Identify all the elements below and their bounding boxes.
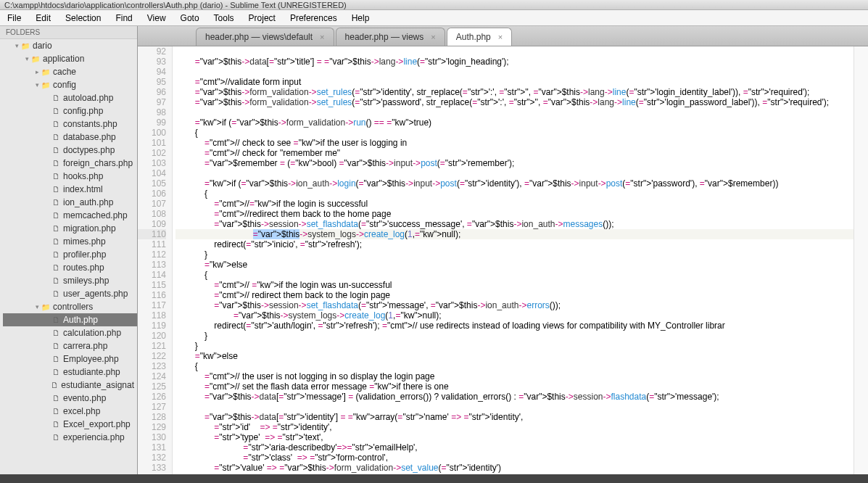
code-line[interactable]: ="cmt">//redirect them back to the home … — [175, 209, 853, 219]
folder-config[interactable]: config — [3, 78, 137, 91]
file-Excel_export-php[interactable]: Excel_export.php — [3, 418, 137, 431]
code-line[interactable]: ="var">$remember = (="kw">bool) ="var">$… — [175, 158, 853, 168]
code-line[interactable]: ="var">$this->data[="str">'identity'] = … — [175, 412, 853, 422]
file-calculation-php[interactable]: calculation.php — [3, 326, 137, 339]
line-number[interactable]: 120 — [138, 331, 166, 341]
minimap[interactable] — [853, 46, 868, 474]
code-line[interactable]: ="kw">if (="var">$this->ion_auth->login(… — [175, 178, 853, 189]
code-line[interactable]: redirect(="str">'inicio', ="str">'refres… — [175, 239, 853, 249]
file-experiencia-php[interactable]: experiencia.php — [3, 431, 137, 444]
code-line[interactable] — [175, 67, 853, 77]
line-number[interactable]: 106 — [138, 189, 166, 199]
file-Auth-php[interactable]: Auth.php — [3, 313, 137, 326]
tab-close-icon[interactable]: × — [320, 33, 324, 41]
file-migration-php[interactable]: migration.php — [3, 222, 137, 235]
line-number[interactable]: 122 — [138, 351, 166, 361]
menu-view[interactable]: View — [140, 10, 173, 25]
disclosure-arrow-icon[interactable] — [33, 81, 41, 88]
code-line[interactable]: ="var">$this->session->set_flashdata(="s… — [175, 300, 853, 310]
menu-edit[interactable]: Edit — [28, 10, 58, 25]
code-line[interactable]: { — [175, 270, 853, 280]
code-line[interactable]: ="var">$this->session->set_flashdata(="s… — [175, 219, 853, 229]
code-line[interactable]: ="cmt">//="kw">if the login is successfu… — [175, 199, 853, 209]
file-hooks-php[interactable]: hooks.php — [3, 170, 137, 183]
tab-close-icon[interactable]: × — [498, 33, 503, 41]
file-estudiante_asignat[interactable]: estudiante_asignat — [3, 379, 137, 392]
line-number[interactable]: 94 — [138, 67, 166, 77]
code-line[interactable]: ="cmt">// check to see ="kw">if the user… — [175, 138, 853, 148]
line-number[interactable]: 118 — [138, 310, 166, 321]
disclosure-arrow-icon[interactable] — [13, 42, 20, 49]
line-number[interactable]: 97 — [138, 97, 166, 107]
code-line[interactable]: } — [175, 249, 853, 260]
line-number[interactable]: 116 — [138, 290, 166, 300]
line-number[interactable]: 115 — [138, 280, 166, 290]
file-carrera-php[interactable]: carrera.php — [3, 339, 137, 352]
code-line[interactable] — [175, 107, 853, 117]
line-number[interactable]: 119 — [138, 321, 166, 331]
file-database-php[interactable]: database.php — [3, 131, 137, 144]
code-line[interactable]: ="var">$this->form_validation->set_rules… — [175, 97, 853, 107]
line-number[interactable]: 128 — [138, 412, 166, 422]
line-number[interactable]: 108 — [138, 209, 166, 219]
line-number[interactable]: 93 — [138, 57, 166, 67]
code-line[interactable]: ="var">$this->data[="str">'message'] = (… — [175, 392, 853, 402]
disclosure-arrow-icon[interactable] — [33, 68, 41, 75]
file-routes-php[interactable]: routes.php — [3, 261, 137, 274]
tab-header[interactable]: header.php — views\default× — [196, 28, 334, 46]
line-number[interactable]: 96 — [138, 87, 166, 97]
code-line[interactable]: ="str">'class' => ="str">'form-control', — [175, 453, 853, 463]
folder-controllers[interactable]: controllers — [3, 300, 137, 313]
menu-find[interactable]: Find — [108, 10, 139, 25]
line-number[interactable]: 103 — [138, 158, 166, 168]
code-line[interactable]: ="kw">if (="var">$this->form_validation-… — [175, 117, 853, 128]
line-number[interactable]: 123 — [138, 361, 166, 371]
line-number[interactable]: 104 — [138, 168, 166, 178]
code-line[interactable]: ="str">'value' => ="var">$this->form_val… — [175, 463, 853, 473]
tab-close-icon[interactable]: × — [431, 33, 435, 41]
tab-header[interactable]: header.php — views× — [336, 28, 445, 46]
file-mimes-php[interactable]: mimes.php — [3, 235, 137, 248]
file-user_agents-php[interactable]: user_agents.php — [3, 287, 137, 300]
menu-tools[interactable]: Tools — [207, 10, 241, 25]
line-number[interactable]: 121 — [138, 341, 166, 351]
file-foreign_chars-php[interactable]: foreign_chars.php — [3, 157, 137, 170]
line-number[interactable]: 111 — [138, 239, 166, 249]
code-line[interactable]: ="cmt">// ="kw">if the login was un-succ… — [175, 280, 853, 290]
file-profiler-php[interactable]: profiler.php — [3, 248, 137, 261]
folder-application[interactable]: application — [3, 52, 137, 65]
file-doctypes-php[interactable]: doctypes.php — [3, 144, 137, 157]
line-number[interactable]: 133 — [138, 463, 166, 473]
code-line[interactable] — [175, 402, 853, 412]
line-number[interactable]: 114 — [138, 270, 166, 280]
line-number[interactable]: 129 — [138, 422, 166, 432]
folder-dario[interactable]: dario — [3, 39, 137, 52]
code-line[interactable]: ="str">'aria-describedby'=>="str">'email… — [175, 442, 853, 453]
line-number[interactable]: 125 — [138, 381, 166, 392]
line-number[interactable]: 95 — [138, 77, 166, 87]
line-number[interactable]: 113 — [138, 260, 166, 270]
code-line[interactable]: ="var">$this->system_logs->create_log(1,… — [175, 310, 853, 321]
code-line[interactable]: ="cmt">// the user is not logging in so … — [175, 371, 853, 381]
line-number[interactable]: 109 — [138, 219, 166, 229]
line-number[interactable]: 112 — [138, 249, 166, 260]
line-number[interactable]: 132 — [138, 453, 166, 463]
file-memcached-php[interactable]: memcached.php — [3, 209, 137, 222]
line-number[interactable]: 101 — [138, 138, 166, 148]
line-number[interactable]: 102 — [138, 148, 166, 158]
code-editor[interactable]: ="var">$this->data[="str">'title'] = ="v… — [173, 46, 853, 474]
line-number[interactable]: 107 — [138, 199, 166, 209]
code-line[interactable]: ="cmt">// check for "remember me" — [175, 148, 853, 158]
code-line[interactable]: ="var">$this->data[="str">'title'] = ="v… — [175, 57, 853, 67]
code-line[interactable]: { — [175, 128, 853, 138]
file-smileys-php[interactable]: smileys.php — [3, 274, 137, 287]
disclosure-arrow-icon[interactable] — [33, 303, 41, 310]
code-line[interactable]: ="cmt">// redirect them back to the logi… — [175, 290, 853, 300]
file-index-html[interactable]: index.html — [3, 183, 137, 196]
line-number[interactable]: 92 — [138, 46, 166, 57]
line-number[interactable]: 124 — [138, 371, 166, 381]
code-line[interactable]: ="str">'id' => ="str">'identity', — [175, 422, 853, 432]
menu-selection[interactable]: Selection — [58, 10, 108, 25]
code-line[interactable]: } — [175, 331, 853, 341]
file-Employee-php[interactable]: Employee.php — [3, 352, 137, 366]
